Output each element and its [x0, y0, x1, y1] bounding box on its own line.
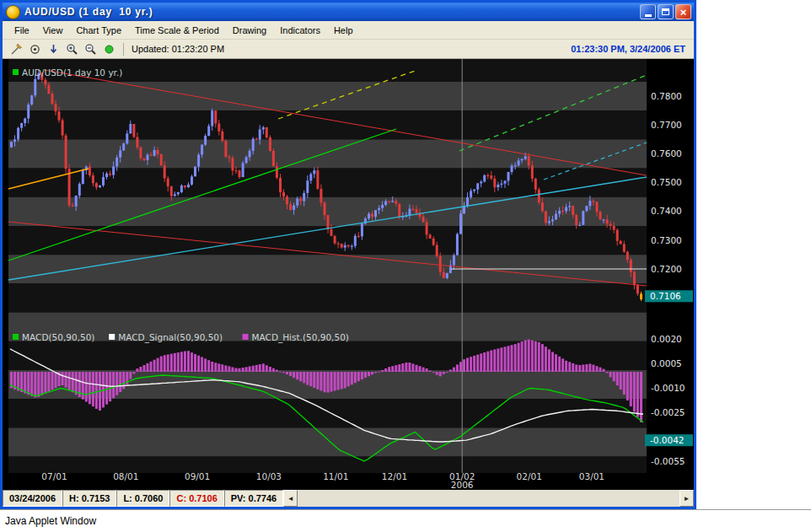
scroll-right-button[interactable]: ►	[679, 490, 694, 507]
window-controls: ×	[640, 4, 691, 19]
minimize-icon	[645, 14, 652, 17]
draw-line-tool-button[interactable]	[8, 41, 24, 56]
close-icon: ×	[680, 7, 687, 18]
zoom-in-icon	[66, 43, 78, 56]
close-button[interactable]: ×	[675, 4, 691, 19]
svg-text:0.7106: 0.7106	[650, 291, 681, 301]
minimize-button[interactable]	[640, 4, 656, 19]
info-close: C: 0.7106	[169, 490, 223, 507]
svg-text:-0.0055: -0.0055	[651, 456, 685, 466]
menu-drawing[interactable]: Drawing	[226, 23, 273, 38]
info-date: 03/24/2006	[3, 490, 62, 507]
svg-text:0.7200: 0.7200	[651, 264, 682, 274]
svg-text:03/01: 03/01	[579, 471, 604, 481]
svg-text:-0.0025: -0.0025	[651, 407, 685, 417]
maximize-button[interactable]	[658, 4, 674, 19]
chart-scrollbar-track[interactable]	[298, 490, 679, 507]
menu-time-scale-period[interactable]: Time Scale & Period	[128, 23, 226, 38]
chart-window: AUD/USD (1 day 10 yr.) × File View Chart…	[0, 0, 696, 509]
menu-help[interactable]: Help	[327, 23, 360, 38]
svg-text:11/01: 11/01	[323, 471, 348, 481]
menu-file[interactable]: File	[8, 23, 36, 38]
svg-text:02/01: 02/01	[517, 471, 542, 481]
zoom-out-icon	[84, 43, 97, 56]
info-high: H: 0.7153	[62, 490, 116, 507]
window-title: AUD/USD (1 day 10 yr.)	[24, 6, 640, 18]
svg-text:12/01: 12/01	[382, 471, 407, 481]
menubar: File View Chart Type Time Scale & Period…	[3, 21, 694, 40]
info-pivot: PV: 0.7746	[224, 490, 283, 507]
toolbar-separator	[123, 43, 124, 56]
arrow-down-icon	[47, 43, 60, 56]
java-applet-warning-text: Java Applet Window	[5, 515, 96, 527]
svg-text:07/01: 07/01	[41, 471, 67, 481]
svg-text:0.7300: 0.7300	[651, 235, 682, 245]
svg-text:MACD_Signal(50,90,50): MACD_Signal(50,90,50)	[118, 332, 223, 343]
svg-text:0.7800: 0.7800	[651, 91, 682, 101]
scroll-left-button[interactable]: ◄	[283, 490, 298, 507]
svg-text:MACD_Hist.(50,90,50): MACD_Hist.(50,90,50)	[252, 332, 349, 343]
svg-text:MACD(50,90,50): MACD(50,90,50)	[22, 332, 94, 342]
crosshair-tool-button[interactable]	[26, 41, 43, 56]
svg-text:0.7400: 0.7400	[651, 206, 682, 216]
svg-text:0.7700: 0.7700	[651, 120, 682, 130]
maximize-icon	[662, 8, 669, 15]
titlebar[interactable]: AUD/USD (1 day 10 yr.) ×	[3, 3, 694, 21]
info-low: L: 0.7060	[116, 490, 169, 507]
updated-label: Updated: 01:23:20 PM	[132, 44, 224, 54]
svg-text:09/01: 09/01	[185, 471, 210, 481]
svg-text:10/03: 10/03	[256, 471, 282, 481]
scroll-down-tool-button[interactable]	[45, 41, 62, 56]
svg-text:2006: 2006	[451, 480, 474, 490]
svg-text:0.0020: 0.0020	[651, 334, 682, 344]
menu-view[interactable]: View	[36, 23, 70, 38]
pencil-line-icon	[10, 43, 23, 56]
svg-text:0.7600: 0.7600	[651, 148, 682, 159]
menu-chart-type[interactable]: Chart Type	[69, 23, 128, 38]
green-status-dot-icon	[103, 43, 115, 56]
connection-status-button[interactable]	[100, 41, 117, 56]
app-coin-icon	[6, 5, 20, 19]
svg-text:-0.0042: -0.0042	[650, 435, 685, 445]
target-icon	[29, 43, 41, 56]
zoom-in-button[interactable]	[63, 41, 80, 56]
menu-indicators[interactable]: Indicators	[273, 23, 327, 38]
svg-text:0.7500: 0.7500	[651, 177, 682, 187]
server-time-label: 01:23:30 PM, 3/24/2006 ET	[571, 44, 689, 54]
zoom-out-button[interactable]	[82, 41, 99, 56]
java-applet-warning-bar: Java Applet Window	[0, 509, 811, 532]
info-bar: 03/24/2006 H: 0.7153 L: 0.7060 C: 0.7106…	[3, 490, 694, 507]
svg-text:AUD/USD(1 day 10 yr.): AUD/USD(1 day 10 yr.)	[22, 67, 122, 78]
chart-canvas[interactable]: AUD/USD(1 day 10 yr.)MACD(50,90,50)MACD_…	[3, 59, 694, 490]
svg-text:-0.0010: -0.0010	[651, 383, 685, 393]
toolbar: Updated: 01:23:20 PM 01:23:30 PM, 3/24/2…	[3, 40, 694, 59]
svg-text:0.0005: 0.0005	[651, 358, 682, 368]
svg-text:08/01: 08/01	[113, 471, 138, 481]
